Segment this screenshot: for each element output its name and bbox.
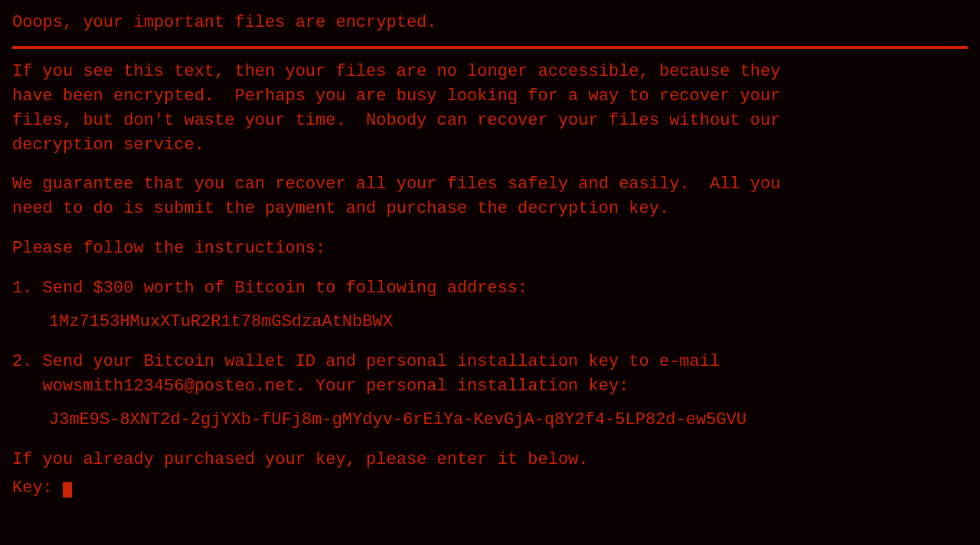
paragraph-1-text: If you see this text, then your files ar… [12, 62, 780, 155]
step-2-label: 2. Send your Bitcoin wallet ID and perso… [12, 350, 968, 399]
footer-line-1: If you already purchased your key, pleas… [12, 448, 968, 472]
key-cursor[interactable] [63, 482, 72, 498]
instructions-label: Please follow the instructions: [12, 237, 968, 261]
personal-key: J3mE9S-8XNT2d-2gjYXb-fUFj8m-gMYdyv-6rEiY… [49, 408, 968, 432]
paragraph-2-text: We guarantee that you can recover all yo… [12, 175, 780, 218]
paragraph-1: If you see this text, then your files ar… [12, 60, 968, 158]
key-label: Key: [12, 478, 53, 498]
step-2: 2. Send your Bitcoin wallet ID and perso… [12, 350, 968, 432]
key-input-line: Key: [12, 476, 968, 501]
bitcoin-address: 1Mz7153HMuxXTuR2R1t78mGSdzaAtNbBWX [49, 310, 968, 335]
step-1: 1. Send $300 worth of Bitcoin to followi… [12, 276, 968, 335]
title: Ooops, your important files are encrypte… [12, 11, 968, 35]
red-separator [12, 46, 968, 49]
paragraph-2: We guarantee that you can recover all yo… [12, 172, 968, 221]
step-1-label: 1. Send $300 worth of Bitcoin to followi… [12, 276, 968, 301]
